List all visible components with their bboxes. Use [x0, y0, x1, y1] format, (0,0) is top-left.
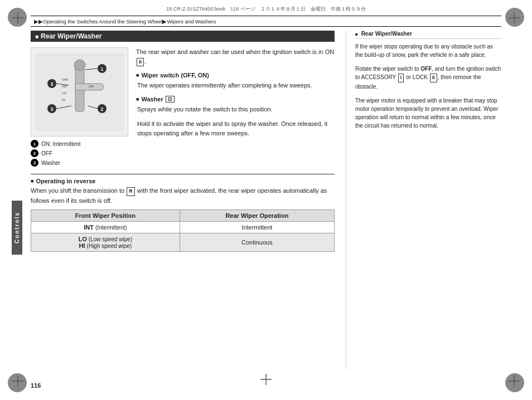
section-title: Rear Wiper/Washer — [41, 32, 101, 40]
cross-mark-tr — [509, 12, 520, 25]
svg-text:3: 3 — [50, 106, 53, 112]
file-meta: 15 CR-Z-31SZT6400.book 116 ページ ２０１４年８月１日… — [45, 6, 487, 13]
wiper-switch-heading: Wiper switch (OFF, ON) — [136, 72, 335, 79]
label-num-1: 1 — [31, 140, 38, 148]
svg-text:2: 2 — [100, 106, 103, 112]
right-para-3: The wiper motor is equipped with a break… — [355, 96, 501, 130]
right-heading-icon: ■ — [355, 32, 358, 37]
table-row-2: LO (Low speed wipe) HI (High speed wipe)… — [31, 233, 335, 252]
reverse-text: When you shift the transmission to R wit… — [31, 186, 335, 205]
label-text-2: OFF — [41, 150, 52, 157]
sidebar-label: Controls — [11, 100, 22, 355]
wiper-switch-heading-text: Wiper switch (OFF, ON) — [141, 72, 209, 79]
label-item-1: 1 ON: Intermittent — [31, 140, 128, 148]
reverse-symbol: R — [127, 187, 135, 196]
diagram-labels: 1 ON: Intermittent 2 OFF 3 Washer — [31, 140, 128, 168]
diagram-wrapper: OFF INT LO HI ON 1 — [31, 47, 128, 168]
label-text-1: ON: Intermittent — [41, 141, 81, 147]
intro-text-span: The rear wiper and washer can be used wh… — [136, 48, 334, 55]
label-text-3: Washer — [41, 160, 60, 166]
right-para-1: If the wiper stops operating due to any … — [355, 42, 501, 59]
right-panel-heading: ■ Rear Wiper/Washer — [355, 31, 501, 39]
cross-mark-br — [509, 375, 520, 388]
washer-symbol: ⊡ — [166, 96, 175, 103]
row1-col1: INT (Intermittent) — [31, 222, 180, 233]
label-item-3: 3 Washer — [31, 159, 128, 167]
svg-text:ON: ON — [89, 85, 94, 88]
cross-mark-tl — [12, 12, 23, 25]
col2-header: Rear Wiper Operation — [180, 210, 334, 222]
wiper-table: Front Wiper Position Rear Wiper Operatio… — [31, 209, 335, 252]
row1-col2: Intermittent — [180, 222, 334, 233]
reverse-heading: Operating in reverse — [31, 178, 335, 184]
section-heading: Rear Wiper/Washer — [31, 31, 335, 42]
svg-text:HI: HI — [62, 98, 65, 101]
wiper-switch-text: The wiper operates intermittently after … — [137, 81, 335, 90]
col1-header: Front Wiper Position — [31, 210, 180, 222]
diagram-section: OFF INT LO HI ON 1 — [31, 47, 335, 168]
right-para-2: Rotate the wiper switch to OFF, and turn… — [355, 65, 501, 91]
washer-heading-text: Washer — [141, 96, 163, 103]
svg-text:OFF: OFF — [62, 78, 69, 81]
intro-paragraph: The rear wiper and washer can be used wh… — [136, 47, 335, 66]
table-row-1: INT (Intermittent) Intermittent — [31, 222, 335, 233]
breadcrumb-text: ▶▶Operating the Switches Around the Stee… — [34, 18, 216, 25]
two-col-layout: Rear Wiper/Washer — [31, 31, 501, 369]
label-num-3: 3 — [31, 159, 38, 167]
reverse-section: Operating in reverse When you shift the … — [31, 174, 335, 252]
svg-text:1: 1 — [100, 66, 103, 72]
svg-point-11 — [74, 60, 85, 71]
sidebar-label-text: Controls — [12, 201, 22, 255]
left-column: Rear Wiper/Washer — [31, 31, 346, 369]
page-number: 116 — [31, 382, 41, 389]
row2-col2: Continuous — [180, 233, 334, 252]
reverse-heading-text: Operating in reverse — [36, 178, 95, 184]
right-heading-text: Rear Wiper/Washer — [361, 31, 412, 37]
main-content: Rear Wiper/Washer — [31, 31, 501, 369]
svg-text:3: 3 — [50, 81, 53, 87]
lock-symbol: 0 — [430, 74, 437, 82]
acc-symbol: I — [398, 74, 404, 82]
washer-text1: Sprays while you rotate the switch to th… — [137, 105, 335, 114]
breadcrumb: ▶▶Operating the Switches Around the Stee… — [31, 16, 501, 27]
right-column: ■ Rear Wiper/Washer If the wiper stops o… — [346, 31, 501, 369]
bottom-center-cross — [260, 374, 272, 386]
wiper-lever-svg: OFF INT LO HI ON 1 — [35, 53, 124, 131]
row2-col1: LO (Low speed wipe) HI (High speed wipe) — [31, 233, 180, 252]
cross-mark-bl — [12, 375, 23, 388]
washer-text2: Hold it to activate the wiper and to spr… — [137, 119, 335, 138]
wiper-diagram-box: OFF INT LO HI ON 1 — [31, 47, 128, 136]
label-item-2: 2 OFF — [31, 149, 128, 157]
main-text: The rear wiper and washer can be used wh… — [136, 47, 335, 168]
washer-heading: Washer ⊡ — [136, 96, 335, 103]
label-num-2: 2 — [31, 149, 38, 157]
svg-text:LO: LO — [62, 91, 66, 95]
ignition-symbol: II — [137, 58, 144, 67]
